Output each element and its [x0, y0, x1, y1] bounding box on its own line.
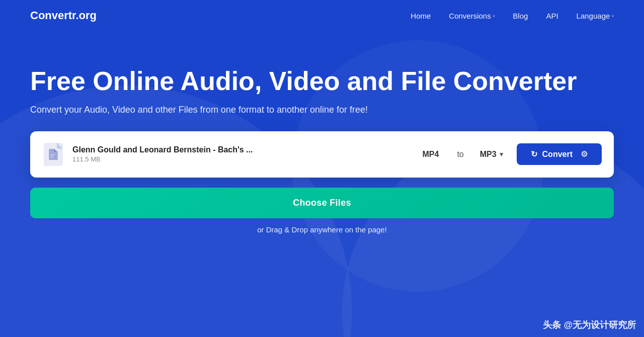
logo[interactable]: Convertr.org [30, 9, 97, 22]
file-info: Glenn Gould and Leonard Bernstein - Bach… [72, 145, 409, 163]
svg-rect-1 [50, 155, 54, 156]
hero-subtitle: Convert your Audio, Video and other File… [30, 105, 614, 115]
settings-icon: ⚙ [581, 149, 588, 159]
nav-item-blog[interactable]: Blog [513, 12, 528, 20]
dropdown-arrow-icon: ▼ [499, 151, 505, 158]
format-to: MP3 [480, 150, 497, 159]
file-name: Glenn Gould and Leonard Bernstein - Bach… [72, 145, 409, 154]
nav: Home Conversions › Blog API Language › [411, 12, 614, 20]
format-from: MP4 [417, 150, 445, 159]
nav-item-language[interactable]: Language › [577, 12, 614, 20]
main-content: Free Online Audio, Video and File Conver… [0, 31, 644, 254]
file-icon [44, 143, 63, 166]
file-size: 111.5 MB [72, 155, 409, 163]
nav-item-home[interactable]: Home [411, 12, 431, 20]
document-icon [49, 149, 58, 160]
svg-rect-2 [50, 157, 53, 157]
nav-item-conversions[interactable]: Conversions › [449, 12, 495, 20]
format-to-dropdown[interactable]: MP3 ▼ [476, 150, 509, 159]
watermark: 头条 @无为设计研究所 [543, 319, 636, 331]
hero-title: Free Online Audio, Video and File Conver… [30, 66, 584, 97]
file-icon-wrap [42, 141, 64, 167]
convert-icon: ↻ [531, 149, 537, 159]
header: Convertr.org Home Conversions › Blog API… [0, 0, 644, 31]
chevron-right-icon-lang: › [612, 13, 614, 19]
to-label: to [453, 150, 467, 159]
drag-drop-text: or Drag & Drop anywhere on the page! [30, 225, 614, 234]
chevron-right-icon: › [493, 13, 495, 19]
choose-files-button[interactable]: Choose Files [30, 188, 614, 218]
convert-button-label: Convert [542, 150, 573, 159]
converter-card: Glenn Gould and Leonard Bernstein - Bach… [30, 131, 614, 178]
svg-rect-0 [50, 154, 55, 154]
nav-item-api[interactable]: API [546, 12, 558, 20]
convert-button[interactable]: ↻ Convert ⚙ [517, 143, 602, 165]
